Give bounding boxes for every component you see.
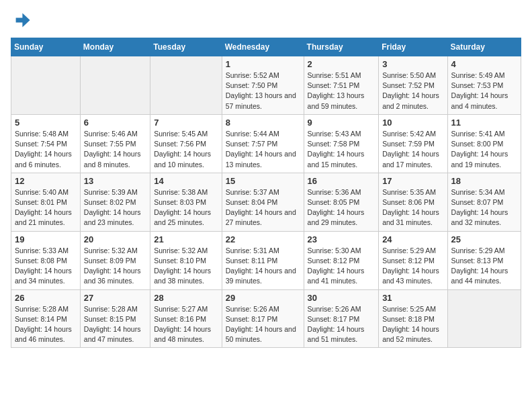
- day-info: Sunrise: 5:29 AM Sunset: 8:13 PM Dayligh…: [451, 246, 517, 287]
- day-info: Sunrise: 5:26 AM Sunset: 8:17 PM Dayligh…: [308, 304, 375, 345]
- day-number: 7: [154, 118, 218, 128]
- day-cell: 4Sunrise: 5:49 AM Sunset: 7:53 PM Daylig…: [447, 56, 521, 115]
- day-info: Sunrise: 5:36 AM Sunset: 8:05 PM Dayligh…: [308, 187, 375, 228]
- day-info: Sunrise: 5:48 AM Sunset: 7:54 PM Dayligh…: [15, 129, 77, 170]
- day-cell: 13Sunrise: 5:39 AM Sunset: 8:02 PM Dayli…: [80, 173, 150, 231]
- calendar-table: SundayMondayTuesdayWednesdayThursdayFrid…: [11, 38, 521, 348]
- day-number: 14: [154, 176, 218, 186]
- day-info: Sunrise: 5:31 AM Sunset: 8:11 PM Dayligh…: [226, 246, 300, 287]
- day-number: 18: [451, 176, 517, 186]
- day-cell: 27Sunrise: 5:28 AM Sunset: 8:15 PM Dayli…: [80, 289, 150, 348]
- day-info: Sunrise: 5:35 AM Sunset: 8:06 PM Dayligh…: [382, 187, 443, 228]
- day-info: Sunrise: 5:49 AM Sunset: 7:53 PM Dayligh…: [451, 71, 517, 111]
- week-row-1: 1Sunrise: 5:52 AM Sunset: 7:50 PM Daylig…: [11, 56, 521, 115]
- day-cell: 21Sunrise: 5:32 AM Sunset: 8:10 PM Dayli…: [150, 231, 222, 289]
- day-number: 29: [226, 293, 300, 303]
- day-cell: 9Sunrise: 5:43 AM Sunset: 7:58 PM Daylig…: [304, 114, 379, 173]
- day-info: Sunrise: 5:41 AM Sunset: 8:00 PM Dayligh…: [451, 129, 517, 170]
- day-header-tuesday: Tuesday: [150, 38, 222, 56]
- day-number: 28: [154, 293, 218, 303]
- day-number: 4: [451, 59, 517, 69]
- day-number: 19: [15, 234, 77, 244]
- day-cell: 25Sunrise: 5:29 AM Sunset: 8:13 PM Dayli…: [447, 231, 521, 289]
- day-info: Sunrise: 5:26 AM Sunset: 8:17 PM Dayligh…: [226, 304, 300, 345]
- day-number: 8: [226, 118, 300, 128]
- day-cell: [447, 289, 521, 348]
- day-cell: 15Sunrise: 5:37 AM Sunset: 8:04 PM Dayli…: [222, 173, 304, 231]
- day-cell: [150, 56, 222, 115]
- day-number: 21: [154, 234, 218, 244]
- day-cell: 23Sunrise: 5:30 AM Sunset: 8:12 PM Dayli…: [304, 231, 379, 289]
- day-number: 23: [308, 234, 375, 244]
- day-cell: 8Sunrise: 5:44 AM Sunset: 7:57 PM Daylig…: [222, 114, 304, 173]
- day-info: Sunrise: 5:46 AM Sunset: 7:55 PM Dayligh…: [84, 129, 146, 170]
- day-cell: 1Sunrise: 5:52 AM Sunset: 7:50 PM Daylig…: [222, 56, 304, 115]
- day-number: 1: [226, 59, 300, 69]
- day-number: 5: [15, 118, 77, 128]
- week-row-5: 26Sunrise: 5:28 AM Sunset: 8:14 PM Dayli…: [11, 289, 521, 348]
- day-number: 31: [382, 293, 443, 303]
- day-info: Sunrise: 5:29 AM Sunset: 8:12 PM Dayligh…: [382, 246, 443, 287]
- day-number: 27: [84, 293, 146, 303]
- day-info: Sunrise: 5:39 AM Sunset: 8:02 PM Dayligh…: [84, 187, 146, 228]
- day-cell: 30Sunrise: 5:26 AM Sunset: 8:17 PM Dayli…: [304, 289, 379, 348]
- day-number: 6: [84, 118, 146, 128]
- day-number: 2: [308, 59, 375, 69]
- day-info: Sunrise: 5:43 AM Sunset: 7:58 PM Dayligh…: [308, 129, 375, 170]
- logo: [11, 11, 31, 32]
- svg-marker-0: [16, 13, 30, 28]
- day-number: 16: [308, 176, 375, 186]
- day-number: 26: [15, 293, 77, 303]
- day-cell: 2Sunrise: 5:51 AM Sunset: 7:51 PM Daylig…: [304, 56, 379, 115]
- day-header-saturday: Saturday: [447, 38, 521, 56]
- day-cell: 26Sunrise: 5:28 AM Sunset: 8:14 PM Dayli…: [11, 289, 81, 348]
- day-number: 17: [382, 176, 443, 186]
- day-header-wednesday: Wednesday: [222, 38, 304, 56]
- day-number: 13: [84, 176, 146, 186]
- day-header-monday: Monday: [80, 38, 150, 56]
- day-cell: 22Sunrise: 5:31 AM Sunset: 8:11 PM Dayli…: [222, 231, 304, 289]
- day-info: Sunrise: 5:25 AM Sunset: 8:18 PM Dayligh…: [382, 304, 443, 345]
- day-cell: 24Sunrise: 5:29 AM Sunset: 8:12 PM Dayli…: [379, 231, 447, 289]
- day-header-sunday: Sunday: [11, 38, 81, 56]
- day-number: 25: [451, 234, 517, 244]
- day-info: Sunrise: 5:32 AM Sunset: 8:09 PM Dayligh…: [84, 246, 146, 287]
- day-number: 20: [84, 234, 146, 244]
- day-info: Sunrise: 5:27 AM Sunset: 8:16 PM Dayligh…: [154, 304, 218, 345]
- day-info: Sunrise: 5:30 AM Sunset: 8:12 PM Dayligh…: [308, 246, 375, 287]
- day-info: Sunrise: 5:28 AM Sunset: 8:14 PM Dayligh…: [15, 304, 77, 345]
- day-cell: 6Sunrise: 5:46 AM Sunset: 7:55 PM Daylig…: [80, 114, 150, 173]
- day-cell: 28Sunrise: 5:27 AM Sunset: 8:16 PM Dayli…: [150, 289, 222, 348]
- day-info: Sunrise: 5:34 AM Sunset: 8:07 PM Dayligh…: [451, 187, 517, 228]
- day-number: 22: [226, 234, 300, 244]
- day-cell: 20Sunrise: 5:32 AM Sunset: 8:09 PM Dayli…: [80, 231, 150, 289]
- day-number: 9: [308, 118, 375, 128]
- day-number: 3: [382, 59, 443, 69]
- day-number: 11: [451, 118, 517, 128]
- day-info: Sunrise: 5:44 AM Sunset: 7:57 PM Dayligh…: [226, 129, 300, 170]
- day-info: Sunrise: 5:28 AM Sunset: 8:15 PM Dayligh…: [84, 304, 146, 345]
- day-info: Sunrise: 5:51 AM Sunset: 7:51 PM Dayligh…: [308, 71, 375, 111]
- day-info: Sunrise: 5:37 AM Sunset: 8:04 PM Dayligh…: [226, 187, 300, 228]
- day-number: 24: [382, 234, 443, 244]
- week-row-3: 12Sunrise: 5:40 AM Sunset: 8:01 PM Dayli…: [11, 173, 521, 231]
- day-number: 12: [15, 176, 77, 186]
- day-info: Sunrise: 5:32 AM Sunset: 8:10 PM Dayligh…: [154, 246, 218, 287]
- day-cell: 31Sunrise: 5:25 AM Sunset: 8:18 PM Dayli…: [379, 289, 447, 348]
- day-cell: 29Sunrise: 5:26 AM Sunset: 8:17 PM Dayli…: [222, 289, 304, 348]
- day-cell: 5Sunrise: 5:48 AM Sunset: 7:54 PM Daylig…: [11, 114, 81, 173]
- day-number: 15: [226, 176, 300, 186]
- day-header-thursday: Thursday: [304, 38, 379, 56]
- day-info: Sunrise: 5:50 AM Sunset: 7:52 PM Dayligh…: [382, 71, 443, 111]
- day-info: Sunrise: 5:40 AM Sunset: 8:01 PM Dayligh…: [15, 187, 77, 228]
- day-cell: [80, 56, 150, 115]
- week-row-4: 19Sunrise: 5:33 AM Sunset: 8:08 PM Dayli…: [11, 231, 521, 289]
- header: [11, 11, 521, 32]
- week-row-2: 5Sunrise: 5:48 AM Sunset: 7:54 PM Daylig…: [11, 114, 521, 173]
- day-info: Sunrise: 5:42 AM Sunset: 7:59 PM Dayligh…: [382, 129, 443, 170]
- day-cell: 19Sunrise: 5:33 AM Sunset: 8:08 PM Dayli…: [11, 231, 81, 289]
- day-info: Sunrise: 5:38 AM Sunset: 8:03 PM Dayligh…: [154, 187, 218, 228]
- day-cell: 7Sunrise: 5:45 AM Sunset: 7:56 PM Daylig…: [150, 114, 222, 173]
- day-cell: 12Sunrise: 5:40 AM Sunset: 8:01 PM Dayli…: [11, 173, 81, 231]
- day-number: 10: [382, 118, 443, 128]
